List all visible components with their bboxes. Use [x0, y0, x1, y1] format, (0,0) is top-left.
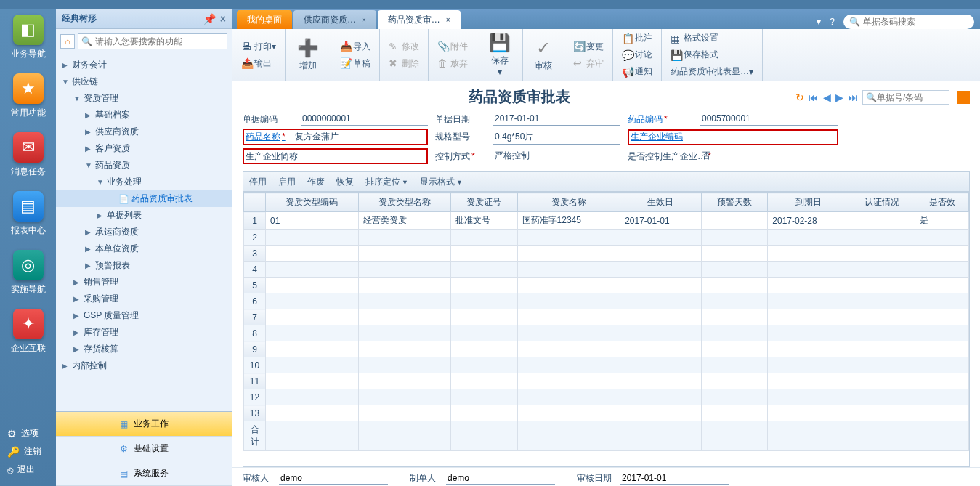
table-cell[interactable]	[620, 341, 702, 357]
table-cell[interactable]	[358, 278, 451, 293]
table-cell[interactable]	[849, 212, 915, 230]
grid-header[interactable]: 认证情况	[849, 193, 915, 212]
grid-header[interactable]: 资质证号	[451, 193, 518, 212]
table-cell[interactable]	[701, 341, 768, 357]
table-cell[interactable]	[517, 309, 620, 325]
table-cell[interactable]: 2017-02-28	[768, 212, 849, 230]
table-cell[interactable]	[701, 389, 768, 405]
grid-header[interactable]	[244, 193, 266, 212]
table-cell[interactable]	[915, 389, 969, 405]
table-cell[interactable]	[701, 325, 768, 341]
table-cell[interactable]	[358, 325, 451, 341]
btn-void[interactable]: 作废	[307, 176, 325, 188]
table-row[interactable]: 4	[244, 262, 969, 278]
table-row[interactable]: 13	[244, 405, 969, 421]
table-cell[interactable]	[620, 278, 702, 293]
table-cell[interactable]	[620, 309, 702, 325]
value-mfr-code[interactable]	[693, 131, 835, 144]
tree-tab-biz[interactable]: ▦业务工作	[56, 412, 232, 437]
table-cell[interactable]	[266, 325, 359, 341]
tree-node[interactable]: ▶基础档案	[56, 107, 232, 123]
table-cell[interactable]	[451, 293, 518, 309]
tree-tab-system[interactable]: ▤系统服务	[56, 461, 232, 486]
value-drug-code[interactable]: 0005700001	[700, 113, 838, 126]
table-cell[interactable]	[768, 325, 849, 341]
grid-header[interactable]: 资质名称	[517, 193, 620, 212]
grid-header[interactable]: 到期日	[768, 193, 849, 212]
table-cell[interactable]	[451, 405, 518, 421]
table-cell[interactable]	[451, 389, 518, 405]
close-icon[interactable]: ×	[220, 13, 226, 25]
table-cell[interactable]	[915, 309, 969, 325]
table-row[interactable]: 2	[244, 230, 969, 246]
value-bill-no[interactable]: 0000000001	[301, 113, 428, 126]
table-cell[interactable]	[701, 373, 768, 389]
table-cell[interactable]	[915, 405, 969, 421]
table-cell[interactable]	[517, 246, 620, 262]
table-cell[interactable]	[915, 341, 969, 357]
table-cell[interactable]	[620, 389, 702, 405]
modify-button[interactable]: ✎修改	[386, 39, 422, 54]
tree-node[interactable]: ▶存货核算	[56, 341, 232, 357]
draft-button[interactable]: 📝草稿	[337, 56, 373, 71]
table-cell[interactable]	[451, 262, 518, 278]
table-cell[interactable]	[358, 230, 451, 246]
table-cell[interactable]	[358, 341, 451, 357]
table-cell[interactable]: 12	[244, 389, 266, 405]
table-cell[interactable]	[768, 309, 849, 325]
rail-messages[interactable]: ✉消息任务	[11, 132, 46, 178]
table-cell[interactable]	[701, 246, 768, 262]
tree-search[interactable]: 🔍	[78, 33, 227, 49]
tree-node[interactable]: ▼资质管理	[56, 90, 232, 107]
rail-favorites[interactable]: ★常用功能	[11, 73, 46, 119]
table-cell[interactable]	[768, 389, 849, 405]
table-row[interactable]: 101经营类资质批准文号国药准字123452017-01-012017-02-2…	[244, 212, 969, 230]
table-cell[interactable]	[620, 246, 702, 262]
table-row[interactable]: 9	[244, 341, 969, 357]
table-cell[interactable]	[768, 262, 849, 278]
tree-node[interactable]: ▶本单位资质	[56, 240, 232, 257]
table-row[interactable]: 8	[244, 325, 969, 341]
table-cell[interactable]: 7	[244, 309, 266, 325]
tree-node[interactable]: ▶承运商资质	[56, 224, 232, 240]
abandon-button[interactable]: 🗑放弃	[434, 56, 471, 71]
tree-node[interactable]: ▶客户资质	[56, 140, 232, 157]
table-row[interactable]: 7	[244, 309, 969, 325]
table-cell[interactable]: 10	[244, 357, 266, 373]
pin-icon[interactable]: 📌	[203, 13, 216, 25]
output-button[interactable]: 📤输出	[238, 56, 279, 71]
table-cell[interactable]	[358, 309, 451, 325]
rail-reports[interactable]: ▤报表中心	[11, 191, 46, 237]
rail-biz-nav[interactable]: ◧业务导航	[11, 15, 46, 60]
table-cell[interactable]	[768, 246, 849, 262]
table-cell[interactable]	[849, 309, 915, 325]
tree-node[interactable]: ▼药品资质	[56, 157, 232, 174]
table-cell[interactable]	[701, 405, 768, 421]
first-icon[interactable]: ⏮	[809, 92, 819, 103]
table-cell[interactable]: 5	[244, 278, 266, 293]
tab-drug-approval[interactable]: 药品资质审…×	[378, 10, 461, 29]
table-cell[interactable]	[849, 325, 915, 341]
btn-display[interactable]: 显示格式▼	[420, 176, 463, 188]
table-cell[interactable]	[768, 230, 849, 246]
table-cell[interactable]: 2	[244, 230, 266, 246]
table-cell[interactable]: 9	[244, 341, 266, 357]
table-cell[interactable]	[451, 309, 518, 325]
table-cell[interactable]	[266, 278, 359, 293]
table-cell[interactable]	[620, 405, 702, 421]
table-row[interactable]: 5	[244, 278, 969, 293]
table-cell[interactable]	[915, 262, 969, 278]
table-cell[interactable]	[768, 373, 849, 389]
table-cell[interactable]	[517, 389, 620, 405]
table-cell[interactable]	[451, 325, 518, 341]
table-cell[interactable]	[451, 373, 518, 389]
save-button[interactable]: 💾保存 ▾	[483, 30, 517, 80]
import-button[interactable]: 📥导入	[337, 39, 373, 54]
change-button[interactable]: 🔄变更	[570, 39, 607, 54]
table-cell[interactable]	[915, 325, 969, 341]
table-cell[interactable]	[701, 212, 768, 230]
table-cell[interactable]: 4	[244, 262, 266, 278]
grid-header[interactable]: 是否效	[915, 193, 969, 212]
table-cell[interactable]	[517, 325, 620, 341]
table-cell[interactable]	[768, 405, 849, 421]
